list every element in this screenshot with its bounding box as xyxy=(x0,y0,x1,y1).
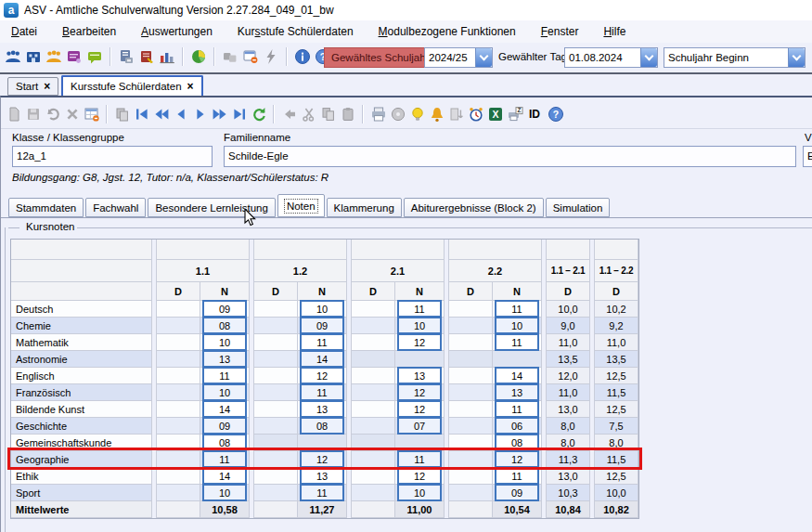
grade-input[interactable]: 10 xyxy=(397,484,442,501)
reminder-icon[interactable] xyxy=(467,105,484,123)
statistics-icon[interactable] xyxy=(158,47,176,66)
d-grade-cell[interactable] xyxy=(254,468,298,485)
grade-input[interactable]: 14 xyxy=(495,367,539,384)
d-grade-cell[interactable] xyxy=(157,368,200,384)
grade-input[interactable]: 09 xyxy=(300,317,344,334)
grade-input[interactable]: 11 xyxy=(495,400,539,418)
d-grade-cell[interactable] xyxy=(254,401,298,418)
d-grade-cell[interactable] xyxy=(449,435,493,451)
d-grade-cell[interactable] xyxy=(352,468,395,485)
vorname-field[interactable]: E xyxy=(803,146,812,167)
refresh-icon[interactable] xyxy=(250,105,267,123)
grade-input[interactable]: 11 xyxy=(300,333,344,351)
d-grade-cell[interactable] xyxy=(449,318,493,334)
subtab-klammerung[interactable]: Klammerung xyxy=(327,198,402,217)
grade-input[interactable]: 10 xyxy=(300,300,344,318)
d-grade-cell[interactable] xyxy=(157,318,200,334)
day-combobox[interactable]: 01.08.2024 xyxy=(564,47,658,68)
grade-input[interactable]: 13 xyxy=(397,367,442,384)
grade-input[interactable]: 11 xyxy=(202,367,247,384)
paste-icon[interactable] xyxy=(339,105,356,123)
d-grade-cell[interactable] xyxy=(254,451,298,468)
tab-kursstufe-schülerdaten[interactable]: Kursstufe Schülerdaten× xyxy=(61,75,203,96)
d-grade-cell[interactable] xyxy=(157,435,200,451)
grade-input[interactable]: 09 xyxy=(202,300,247,318)
subtab-stammdaten[interactable]: Stammdaten xyxy=(8,198,84,217)
grade-input[interactable]: 11 xyxy=(495,467,539,485)
d-grade-cell[interactable] xyxy=(352,334,395,351)
d-grade-cell[interactable] xyxy=(449,334,493,351)
modules-icon[interactable] xyxy=(221,47,239,66)
grade-input[interactable]: 08 xyxy=(495,434,539,451)
grade-input[interactable]: 10 xyxy=(495,317,539,334)
d-grade-cell[interactable] xyxy=(157,468,200,485)
subtab-abiturergebnisse-block-2[interactable]: Abiturergebnisse (Block 2) xyxy=(404,198,544,217)
new-record-icon[interactable] xyxy=(5,105,22,123)
pie-chart-icon[interactable] xyxy=(189,47,208,66)
d-grade-cell[interactable] xyxy=(449,468,493,485)
d-grade-cell[interactable] xyxy=(449,401,493,418)
d-grade-cell[interactable] xyxy=(157,301,200,318)
d-grade-cell[interactable] xyxy=(449,485,493,501)
menu-item-hilfe[interactable]: Hilfe xyxy=(603,25,625,43)
grade-input[interactable]: 07 xyxy=(397,417,442,435)
subtab-besondere-lernleistung[interactable]: Besondere Lernleistung xyxy=(148,198,275,217)
quick-action-icon[interactable] xyxy=(262,47,280,66)
window-remove-icon[interactable] xyxy=(241,47,260,66)
grade-input[interactable]: 11 xyxy=(397,450,442,468)
grade-input[interactable]: 11 xyxy=(202,450,247,468)
grade-input[interactable]: 11 xyxy=(495,300,539,318)
menu-item-bearbeiten[interactable]: Bearbeiten xyxy=(62,25,116,43)
grade-input[interactable]: 08 xyxy=(202,434,247,451)
menu-item-auswertungen[interactable]: Auswertungen xyxy=(141,25,213,43)
grade-book-icon[interactable] xyxy=(137,47,156,66)
grade-input[interactable]: 09 xyxy=(202,417,247,435)
print-preview-icon[interactable]: Z xyxy=(506,105,523,123)
d-grade-cell[interactable] xyxy=(352,418,395,435)
d-grade-cell[interactable] xyxy=(449,451,493,468)
notice-board-icon[interactable] xyxy=(85,47,104,66)
help-icon[interactable]: ? xyxy=(547,105,564,123)
d-grade-cell[interactable] xyxy=(157,401,200,418)
copy-record-icon[interactable] xyxy=(113,105,131,123)
grade-input[interactable]: 11 xyxy=(300,383,344,401)
d-grade-cell[interactable] xyxy=(449,301,493,318)
notification-icon[interactable] xyxy=(428,105,445,123)
school-classes-icon[interactable] xyxy=(24,47,43,66)
menu-item-kursstufe-schülerdaten[interactable]: Kursstufe Schülerdaten xyxy=(238,25,354,43)
grade-input[interactable]: 11 xyxy=(495,333,539,351)
d-grade-cell[interactable] xyxy=(157,384,200,401)
d-grade-cell[interactable] xyxy=(254,351,298,368)
copy-icon[interactable] xyxy=(319,105,337,123)
grade-input[interactable]: 12 xyxy=(397,400,442,418)
menu-item-fenster[interactable]: Fenster xyxy=(541,25,579,43)
menu-item-datei[interactable]: Datei xyxy=(11,25,37,43)
grade-input[interactable]: 10 xyxy=(202,484,247,501)
subtab-simulation[interactable]: Simulation xyxy=(546,198,611,217)
nav-prev-fast-icon[interactable] xyxy=(152,105,170,123)
nav-prev-icon[interactable] xyxy=(172,105,189,123)
d-grade-cell[interactable] xyxy=(449,384,493,401)
grade-input[interactable]: 13 xyxy=(300,400,344,418)
schoolyear-combobox[interactable]: 2024/25 xyxy=(424,47,493,68)
grade-input[interactable]: 12 xyxy=(495,450,539,468)
grade-input[interactable]: 08 xyxy=(202,317,247,334)
edit-table-icon[interactable] xyxy=(83,105,100,123)
nav-next-fast-icon[interactable] xyxy=(211,105,228,123)
nav-first-icon[interactable] xyxy=(133,105,150,123)
d-grade-cell[interactable] xyxy=(254,334,298,351)
chevron-down-icon[interactable] xyxy=(788,48,805,67)
tip-icon[interactable] xyxy=(408,105,426,123)
grade-input[interactable]: 14 xyxy=(300,350,344,368)
klasse-field[interactable]: 12a_1 xyxy=(12,146,213,167)
d-grade-cell[interactable] xyxy=(352,451,395,468)
grade-input[interactable]: 12 xyxy=(397,333,442,351)
grade-input[interactable]: 10 xyxy=(397,317,442,334)
grade-input[interactable]: 14 xyxy=(202,400,247,418)
students-icon[interactable] xyxy=(4,47,22,66)
delete-icon[interactable] xyxy=(63,105,81,123)
grade-input[interactable]: 13 xyxy=(202,350,247,368)
d-grade-cell[interactable] xyxy=(352,401,395,418)
d-grade-cell[interactable] xyxy=(157,451,200,468)
selected-schoolyear-button[interactable]: Gewähltes Schuljahr xyxy=(324,47,436,68)
